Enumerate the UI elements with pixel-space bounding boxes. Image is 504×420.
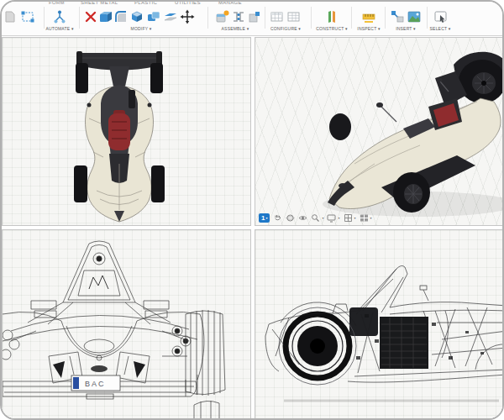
fillet-icon[interactable] bbox=[113, 9, 129, 24]
dropdown-caret: ▾ bbox=[150, 26, 152, 31]
zoom-icon[interactable] bbox=[311, 213, 320, 223]
configuration-table-icon[interactable] bbox=[270, 9, 285, 24]
car-side-view-drawing[interactable] bbox=[255, 230, 504, 420]
group-label-configure[interactable]: CONFIGURE ▾ bbox=[270, 26, 301, 31]
viewport-side-view[interactable] bbox=[255, 229, 504, 420]
group-label-construct[interactable]: CONSTRUCT ▾ bbox=[316, 26, 347, 31]
dropdown-caret: ▾ bbox=[370, 216, 372, 220]
dropdown-caret: ▾ bbox=[247, 26, 249, 31]
tab-plastic[interactable]: PLASTIC bbox=[134, 2, 157, 5]
dropdown-caret: ▾ bbox=[322, 216, 323, 220]
car-iso-view-drawing[interactable] bbox=[255, 38, 504, 225]
car-front-view-drawing[interactable]: BAC bbox=[3, 230, 251, 420]
move-copy-icon[interactable] bbox=[180, 9, 195, 24]
tab-sheet-metal[interactable]: SHEET METAL bbox=[81, 2, 118, 5]
tab-manage[interactable]: MANAGE bbox=[218, 2, 242, 5]
group-label-modify[interactable]: MODIFY ▾ bbox=[131, 26, 152, 31]
select-window-icon[interactable] bbox=[433, 9, 449, 24]
dropdown-caret: ▾ bbox=[378, 26, 381, 31]
group-label-select[interactable]: SELECT ▾ bbox=[430, 26, 451, 31]
dropdown-caret: ▾ bbox=[298, 26, 301, 31]
tab-form[interactable]: FORM bbox=[49, 2, 65, 5]
tab-utilities[interactable]: UTILITIES bbox=[175, 2, 201, 5]
rigid-group-icon[interactable] bbox=[247, 9, 262, 24]
configuration-insert-icon[interactable] bbox=[286, 9, 302, 24]
joint-icon[interactable] bbox=[231, 9, 246, 24]
viewport-iso-view[interactable]: 1▾ ▾ ▾ ▾ ▾ bbox=[255, 37, 504, 226]
grid-settings-icon[interactable] bbox=[344, 213, 353, 223]
group-label-assemble[interactable]: ASSEMBLE ▾ bbox=[222, 26, 249, 31]
look-at-icon[interactable] bbox=[298, 213, 307, 223]
display-settings-icon[interactable] bbox=[327, 213, 336, 223]
dropdown-caret: ▾ bbox=[354, 216, 356, 220]
delete-x-icon[interactable] bbox=[83, 9, 98, 24]
selection-set-icon[interactable] bbox=[20, 9, 35, 24]
measure-icon[interactable] bbox=[361, 9, 376, 24]
viewport-front-view[interactable]: BAC bbox=[2, 229, 251, 420]
model-canvas: 1▾ ▾ ▾ ▾ ▾ bbox=[2, 35, 504, 420]
car-top-view-drawing[interactable] bbox=[3, 38, 251, 226]
insert-canvas-icon[interactable] bbox=[407, 9, 422, 24]
dropdown-caret: ▾ bbox=[345, 26, 348, 31]
construction-plane-icon[interactable] bbox=[324, 9, 339, 24]
group-label-automate[interactable]: AUTOMATE ▾ bbox=[45, 26, 73, 31]
viewport-top-view[interactable] bbox=[2, 37, 251, 226]
insert-derive-icon[interactable] bbox=[390, 9, 405, 24]
shell-icon[interactable] bbox=[129, 9, 144, 24]
dropdown-caret: ▾ bbox=[449, 26, 451, 31]
dropdown-caret: ▾ bbox=[71, 26, 74, 31]
license-plate: BAC bbox=[71, 375, 120, 391]
group-label-insert[interactable]: INSERT ▾ bbox=[396, 26, 416, 31]
ribbon-toolbar: FORM SHEET METAL PLASTIC UTILITIES MANAG… bbox=[2, 2, 502, 36]
offset-face-icon[interactable] bbox=[163, 9, 178, 24]
combine-icon[interactable] bbox=[146, 9, 161, 24]
app-window: FORM SHEET METAL PLASTIC UTILITIES MANAG… bbox=[0, 0, 504, 420]
dropdown-caret: ▾ bbox=[265, 214, 267, 222]
group-label-inspect[interactable]: INSPECT ▾ bbox=[357, 26, 380, 31]
viewports-icon[interactable] bbox=[360, 213, 369, 223]
new-component-icon[interactable] bbox=[214, 9, 229, 24]
viewport-number-badge[interactable]: 1▾ bbox=[259, 213, 270, 223]
dropdown-caret: ▾ bbox=[413, 26, 416, 31]
press-pull-icon[interactable] bbox=[97, 9, 113, 24]
automate-branch-icon[interactable] bbox=[52, 9, 67, 24]
plate-text: BAC bbox=[85, 380, 106, 388]
dropdown-caret: ▾ bbox=[338, 216, 339, 220]
pan-icon[interactable] bbox=[273, 213, 282, 223]
document-icon[interactable] bbox=[3, 9, 18, 24]
navigation-bar: 1▾ ▾ ▾ ▾ ▾ bbox=[259, 213, 372, 223]
orbit-icon[interactable] bbox=[286, 213, 295, 223]
